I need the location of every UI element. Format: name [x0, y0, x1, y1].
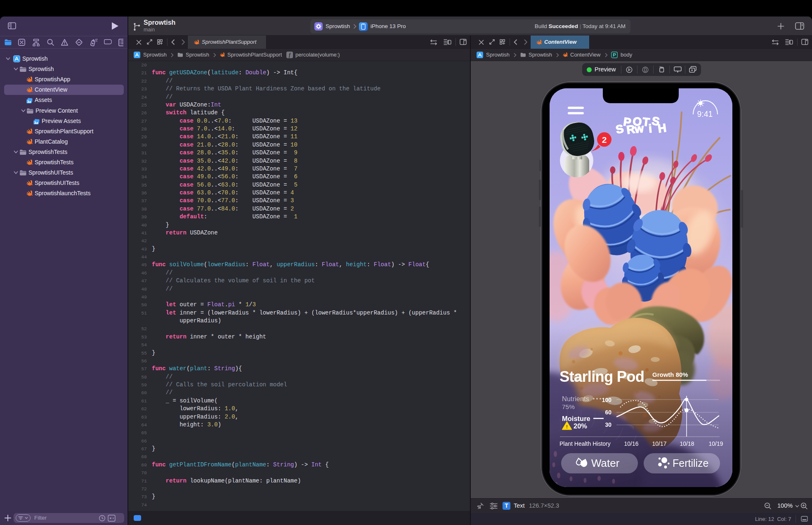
svg-text:Moisture: Moisture [562, 415, 590, 422]
svg-text:10/18: 10/18 [680, 440, 694, 447]
svg-text:Nutrients: Nutrients [562, 395, 589, 402]
svg-text:75%: 75% [562, 403, 575, 410]
svg-text:Water: Water [591, 457, 620, 469]
svg-text:2: 2 [602, 135, 607, 144]
svg-text:10/19: 10/19 [708, 440, 723, 447]
svg-text:100: 100 [602, 397, 612, 403]
svg-text:10/17: 10/17 [652, 440, 666, 447]
svg-text:60: 60 [605, 409, 611, 416]
svg-text:Starling Pod: Starling Pod [559, 368, 644, 385]
svg-text:Fertilize: Fertilize [673, 457, 709, 469]
svg-text:20%: 20% [574, 422, 587, 430]
svg-text:30: 30 [605, 421, 611, 428]
svg-text:10/16: 10/16 [624, 440, 638, 447]
svg-text:9:41: 9:41 [697, 109, 713, 118]
svg-text:Plant Health History: Plant Health History [559, 440, 611, 447]
svg-text:H: H [657, 121, 667, 135]
svg-text:!: ! [566, 424, 568, 429]
svg-text:Growth 80%: Growth 80% [652, 371, 688, 378]
